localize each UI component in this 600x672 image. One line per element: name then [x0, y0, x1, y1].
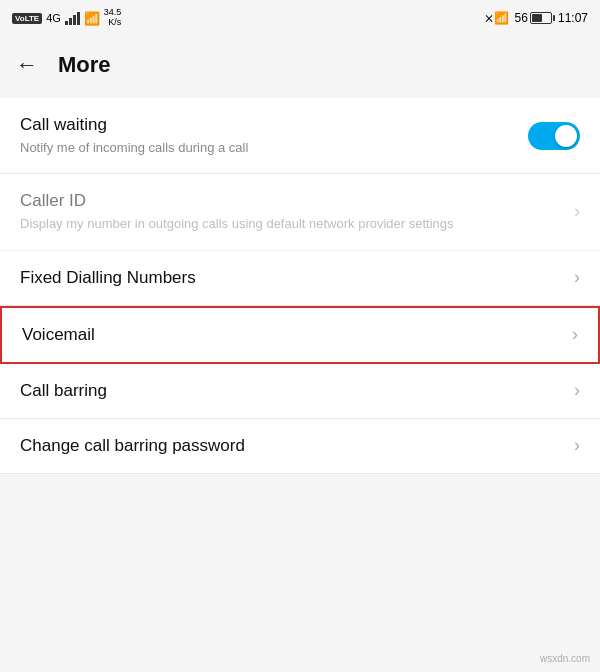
- battery-level: 56: [515, 11, 528, 25]
- battery-icon: [530, 12, 552, 24]
- item-content-call-barring: Call barring: [20, 380, 566, 402]
- back-button[interactable]: ←: [16, 52, 38, 78]
- settings-item-caller-id: Caller ID Display my number in outgoing …: [0, 174, 600, 250]
- item-title-voicemail: Voicemail: [22, 324, 564, 346]
- settings-item-voicemail[interactable]: Voicemail ›: [0, 306, 600, 364]
- battery-fill: [532, 14, 542, 22]
- item-content-voicemail: Voicemail: [22, 324, 564, 346]
- settings-item-call-barring[interactable]: Call barring ›: [0, 364, 600, 419]
- status-left: VoLTE 4G 📶 34.5K/s: [12, 8, 121, 28]
- page-title: More: [58, 52, 111, 78]
- settings-list: Call waiting Notify me of incoming calls…: [0, 98, 600, 474]
- chevron-icon-caller-id: ›: [574, 201, 580, 222]
- settings-item-call-waiting[interactable]: Call waiting Notify me of incoming calls…: [0, 98, 600, 174]
- settings-item-change-call-barring-password[interactable]: Change call barring password ›: [0, 419, 600, 474]
- item-title-call-barring: Call barring: [20, 380, 566, 402]
- toggle-knob: [555, 125, 577, 147]
- watermark: wsxdn.com: [540, 653, 590, 664]
- chevron-icon-voicemail: ›: [572, 324, 578, 345]
- item-title-change-password: Change call barring password: [20, 435, 566, 457]
- item-title-fixed-dialling: Fixed Dialling Numbers: [20, 267, 566, 289]
- chevron-icon-fixed-dialling: ›: [574, 267, 580, 288]
- status-bar: VoLTE 4G 📶 34.5K/s ⨯📶 56 11:07: [0, 0, 600, 36]
- item-content-caller-id: Caller ID Display my number in outgoing …: [20, 190, 566, 233]
- item-subtitle-call-waiting: Notify me of incoming calls during a cal…: [20, 139, 470, 157]
- network-type: 4G: [46, 12, 61, 24]
- wifi-icon: 📶: [84, 11, 100, 26]
- chevron-icon-change-password: ›: [574, 435, 580, 456]
- clock: 11:07: [558, 11, 588, 25]
- item-content-call-waiting: Call waiting Notify me of incoming calls…: [20, 114, 528, 157]
- call-waiting-toggle[interactable]: [528, 122, 580, 150]
- volte-indicator: VoLTE: [12, 13, 42, 24]
- chevron-icon-call-barring: ›: [574, 380, 580, 401]
- settings-item-fixed-dialling[interactable]: Fixed Dialling Numbers ›: [0, 251, 600, 306]
- battery-indicator: 56: [515, 11, 552, 25]
- signal-bars-icon: [65, 11, 80, 25]
- item-subtitle-caller-id: Display my number in outgoing calls usin…: [20, 215, 470, 233]
- item-content-fixed-dialling: Fixed Dialling Numbers: [20, 267, 566, 289]
- item-title-call-waiting: Call waiting: [20, 114, 528, 136]
- item-content-change-password: Change call barring password: [20, 435, 566, 457]
- status-right: ⨯📶 56 11:07: [484, 11, 588, 25]
- bluetooth-icon: ⨯📶: [484, 11, 509, 25]
- data-speed: 34.5K/s: [104, 8, 122, 28]
- item-title-caller-id: Caller ID: [20, 190, 566, 212]
- header: ← More: [0, 36, 600, 94]
